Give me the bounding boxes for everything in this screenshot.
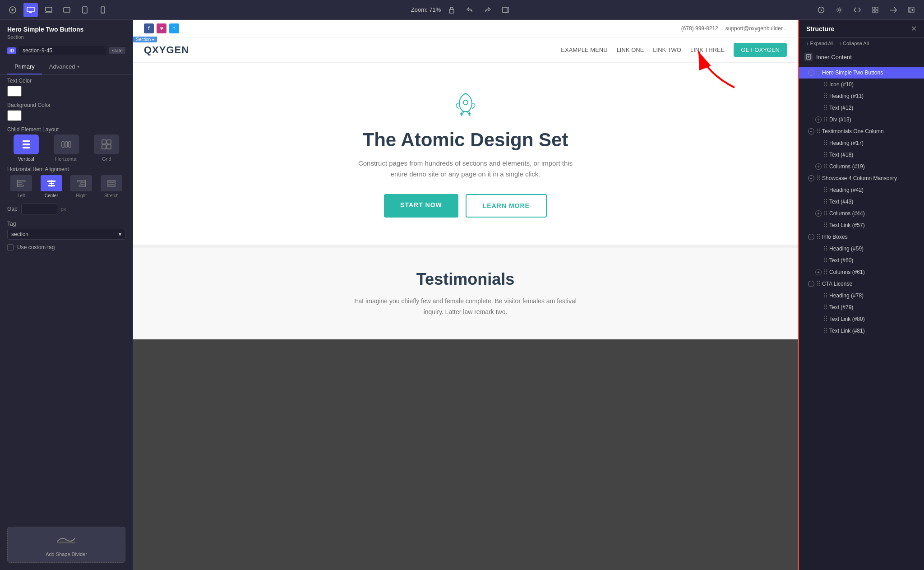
tree-item[interactable]: −⠿Info Boxes [799,231,924,243]
cta-button[interactable]: GET OXYGEN [734,43,787,57]
tree-drag-handle[interactable]: ⠿ [823,151,827,158]
code-icon[interactable] [850,3,864,17]
arrow-icon[interactable] [886,3,901,17]
tree-item[interactable]: −⠿Showcase 4 Column Mansonry [799,172,924,184]
tag-select[interactable]: section ▾ [7,229,125,240]
layout-grid[interactable]: Grid [88,134,125,162]
tree-toggle-plus[interactable]: + [815,163,822,170]
learn-more-button[interactable]: LEARN MORE [466,194,547,218]
tree-drag-handle[interactable]: ⠿ [823,198,827,205]
tree-item[interactable]: ⠿Heading (#11) [799,90,924,102]
tree-item[interactable]: −⠿Testimonials One Column [799,125,924,137]
tree-drag-handle[interactable]: ⠿ [823,93,827,100]
tree-item[interactable]: ⠿Text Link (#57) [799,219,924,231]
tablet-landscape-icon[interactable] [60,3,74,17]
state-button[interactable]: state [109,47,125,54]
tree-drag-handle[interactable]: ⠿ [823,163,827,170]
desktop-icon[interactable] [23,3,38,17]
tree-drag-handle[interactable]: ⠿ [823,81,827,88]
tree-drag-handle[interactable]: ⠿ [823,116,827,123]
tree-item[interactable]: ⠿Text (#60) [799,255,924,266]
tree-item[interactable]: ⠿Heading (#42) [799,184,924,196]
history-icon[interactable] [814,3,828,17]
grid-icon[interactable] [868,3,882,17]
align-right[interactable]: Right [67,175,96,198]
gap-input[interactable] [21,204,57,214]
undo-icon[interactable] [462,3,477,17]
tree-drag-handle[interactable]: ⠿ [823,292,827,299]
align-left[interactable]: Left [7,175,36,198]
tree-drag-handle[interactable]: ⠿ [823,257,827,264]
tree-item[interactable]: ⠿Text (#12) [799,102,924,114]
exit-icon[interactable] [904,3,919,17]
tree-item[interactable]: ⠿Heading (#59) [799,243,924,255]
pages-icon[interactable] [499,3,513,17]
tree-drag-handle[interactable]: ⠿ [823,315,827,323]
tree-item[interactable]: ⠿Text (#18) [799,149,924,161]
start-now-button[interactable]: START NOW [384,194,458,218]
tree-drag-handle[interactable]: ⠿ [823,139,827,147]
tree-drag-handle[interactable]: ⠿ [823,222,827,229]
tree-item[interactable]: ⠿Text (#43) [799,196,924,208]
collapse-all-button[interactable]: ↑ Collapse All [839,41,869,46]
tree-drag-handle[interactable]: ⠿ [823,186,827,194]
custom-tag-checkbox[interactable] [7,244,14,250]
menu-item-link-three[interactable]: LINK THREE [690,46,725,53]
tab-primary[interactable]: Primary [7,60,42,74]
instagram-icon[interactable]: ♥ [157,23,166,33]
tab-advanced[interactable]: Advanced ▾ [42,60,87,74]
redo-icon[interactable] [480,3,495,17]
tree-drag-handle[interactable]: ⠿ [816,128,820,135]
tree-toggle-minus[interactable]: − [808,175,814,181]
tree-item[interactable]: ⠿Text Link (#80) [799,313,924,325]
tree-toggle-minus[interactable]: − [808,234,814,240]
tree-item[interactable]: ⠿Text Link (#81) [799,325,924,337]
tree-toggle-minus[interactable]: − [808,70,814,76]
tree-toggle-plus[interactable]: + [815,116,822,123]
layout-horizontal[interactable]: Horizontal [47,134,85,162]
mobile-icon[interactable] [96,3,110,17]
layout-vertical[interactable]: Vertical [7,134,45,162]
tree-item[interactable]: ⠿Icon (#10) [799,79,924,90]
tree-toggle-minus[interactable]: − [808,281,814,287]
tree-item[interactable]: ⠿Heading (#17) [799,137,924,149]
align-center[interactable]: Center [37,175,66,198]
tree-drag-handle[interactable]: ⠿ [823,104,827,111]
tree-drag-handle[interactable]: ⠿ [823,304,827,311]
align-stretch[interactable]: Stretch [97,175,126,198]
lock-icon[interactable] [444,3,459,17]
settings-icon[interactable] [832,3,846,17]
menu-item-link-one[interactable]: LINK ONE [617,46,644,53]
add-shape-divider-button[interactable]: Add Shape Divider [7,527,125,563]
tree-drag-handle[interactable]: ⠿ [816,175,820,182]
tree-item[interactable]: +⠿Columns (#44) [799,208,924,219]
tree-drag-handle[interactable]: ⠿ [823,210,827,217]
laptop-icon[interactable] [42,3,56,17]
tree-drag-handle[interactable]: ⠿ [823,245,827,252]
menu-item-example[interactable]: EXAMPLE MENU [561,46,607,53]
tree-item[interactable]: +⠿Div (#13) [799,114,924,125]
facebook-icon[interactable]: f [144,23,154,33]
tree-toggle-plus[interactable]: + [815,210,822,217]
tree-item[interactable]: +⠿Columns (#61) [799,266,924,278]
tree-item[interactable]: −⠿CTA License [799,278,924,290]
text-color-swatch[interactable] [7,86,22,97]
tree-toggle-minus[interactable]: − [808,128,814,134]
bg-color-swatch[interactable] [7,110,22,121]
tree-drag-handle[interactable]: ⠿ [816,280,820,287]
tree-drag-handle[interactable]: ⠿ [816,69,820,76]
tablet-icon[interactable] [78,3,92,17]
twitter-icon[interactable]: t [169,23,179,33]
add-icon[interactable] [5,3,20,17]
close-button[interactable]: ✕ [911,24,917,33]
tree-item[interactable]: ⠿Text (#79) [799,301,924,313]
tree-drag-handle[interactable]: ⠿ [816,233,820,241]
expand-all-button[interactable]: ↓ Expand All [806,41,834,46]
tree-item[interactable]: +⠿Columns (#19) [799,161,924,172]
tree-toggle-plus[interactable]: + [815,269,822,275]
tree-item[interactable]: −⠿Hero Simple Two Buttons [799,67,924,79]
menu-item-link-two[interactable]: LINK TWO [653,46,681,53]
tree-drag-handle[interactable]: ⠿ [823,327,827,334]
tree-item[interactable]: ⠿Heading (#78) [799,290,924,301]
inner-content-row[interactable]: Inner Content [799,49,924,65]
